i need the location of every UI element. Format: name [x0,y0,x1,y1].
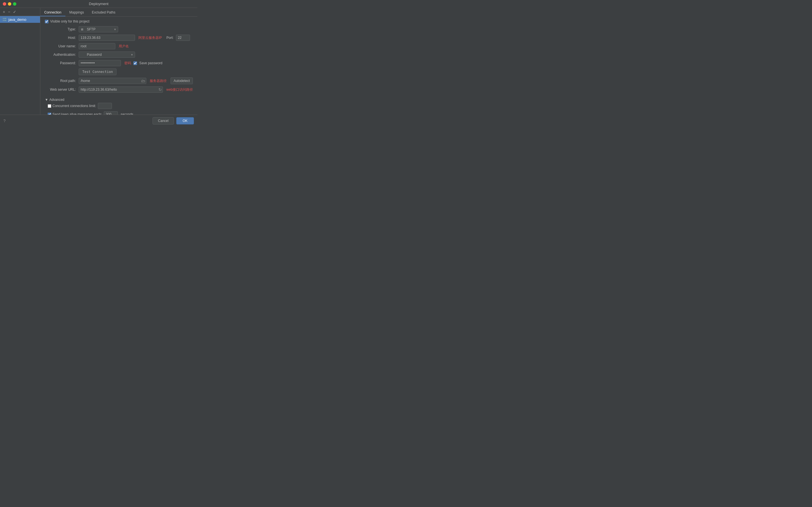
visible-only-checkbox[interactable] [45,20,49,23]
username-row: User name: 用户名 [45,43,193,49]
type-label: Type: [45,27,79,31]
type-select[interactable]: SFTP FTP [79,26,118,33]
main-layout: + − ✓ java_demo Connection Mappings E [0,8,197,115]
root-path-row: Root path: 🗁 服务器路径 Root path: Autodetect [45,77,193,84]
server-icon [2,17,7,22]
concurrent-input[interactable] [98,103,112,109]
port-input[interactable] [176,35,190,41]
concurrent-checkbox[interactable] [48,104,51,108]
web-url-input[interactable] [79,87,163,93]
test-connection-row: Test Connection [45,68,193,75]
auth-label: Authentication: [45,53,79,57]
root-path-control: 🗁 服务器路径 Root path: Autodetect [79,77,193,84]
test-connection-control: Test Connection [79,68,193,75]
type-row: Type: 🖥 SFTP FTP ▼ [45,26,193,33]
username-label: User name: [45,44,79,48]
password-annotation: 密码 [124,61,131,66]
save-password-checkbox[interactable] [133,61,137,65]
tab-excluded-paths[interactable]: Excluded Paths [88,9,119,16]
connection-form: Visible only for this project Type: 🖥 SF… [40,17,197,115]
auth-control: Password Key pair ▼ [79,52,193,58]
remove-server-button[interactable]: − [7,9,11,15]
type-select-wrapper: 🖥 SFTP FTP ▼ [79,26,118,33]
tab-connection[interactable]: Connection [40,9,65,16]
advanced-content: Concurrent connections limit: Send keep … [45,103,193,115]
host-input[interactable] [79,35,135,41]
bottom-bar: ? Cancel OK [0,115,197,127]
visible-only-row: Visible only for this project [45,19,193,23]
web-url-wrapper: ↻ [79,87,163,93]
title-bar: Deployment [0,0,197,8]
root-path-wrapper: 🗁 [79,78,146,84]
web-url-control: ↻ web接口访问路径 [79,87,193,93]
username-input[interactable] [79,43,115,49]
keepalive-label[interactable]: Send keep alive messages each: [52,112,102,115]
port-label: Port: [166,36,173,40]
password-label: Password: [45,61,79,65]
keepalive-row: Send keep alive messages each: seconds [48,111,193,115]
visible-only-label[interactable]: Visible only for this project [50,19,89,23]
keepalive-input[interactable] [104,111,118,115]
close-button[interactable] [3,2,6,6]
window-title: Deployment [89,2,108,6]
sidebar-item-label: java_demo [8,17,27,22]
tab-mappings[interactable]: Mappings [65,9,88,16]
host-label: Host: [45,36,79,40]
save-password-label[interactable]: Save password [139,61,162,65]
content-area: Connection Mappings Excluded Paths Visib… [40,8,197,115]
root-path-input[interactable] [79,78,146,84]
svg-point-2 [5,18,6,19]
root-path-annotation: 服务器路径 [150,78,167,83]
minimize-button[interactable] [8,2,11,6]
concurrent-row: Concurrent connections limit: [48,103,193,109]
advanced-section: ▼ Advanced Concurrent connections limit: [45,97,193,115]
concurrent-label[interactable]: Concurrent connections limit: [52,104,96,108]
sidebar-toolbar: + − ✓ [0,8,40,16]
tabs-bar: Connection Mappings Excluded Paths [40,8,197,17]
auth-row: Authentication: Password Key pair ▼ [45,52,193,58]
web-url-row: Web server URL: ↻ web接口访问路径 [45,87,193,93]
advanced-collapse-icon: ▼ [45,98,48,102]
web-url-refresh-button[interactable]: ↻ [158,87,162,93]
host-row: Host: 阿里云服务器IP Port: [45,35,193,41]
test-connection-button[interactable]: Test Connection [79,68,116,75]
username-control: 用户名 [79,43,193,49]
cancel-button[interactable]: Cancel [153,117,174,124]
maximize-button[interactable] [13,2,16,6]
host-control: 阿里云服务器IP Port: [79,35,193,41]
advanced-label: Advanced [49,98,64,102]
keepalive-checkbox[interactable] [48,113,51,115]
ok-button[interactable]: OK [176,117,194,124]
username-annotation: 用户名 [119,44,129,49]
confirm-server-button[interactable]: ✓ [12,9,17,15]
password-row: Password: 密码 Save password [45,60,193,66]
sidebar: + − ✓ java_demo [0,8,40,115]
auth-select[interactable]: Password Key pair [79,52,135,58]
svg-point-3 [5,20,6,21]
keepalive-suffix: seconds [121,112,133,115]
traffic-lights [3,2,16,6]
password-control: 密码 Save password [79,60,193,66]
sidebar-item-java-demo[interactable]: java_demo [0,16,40,23]
auth-select-wrapper: Password Key pair ▼ [79,52,135,58]
advanced-toggle[interactable]: ▼ Advanced [45,97,193,103]
root-path-label: Root path: [45,79,79,83]
host-annotation: 阿里云服务器IP [139,36,162,40]
web-url-label: Web server URL: [45,88,79,92]
autodetect-button-visible[interactable]: Autodetect [170,77,193,84]
password-row-controls: 密码 Save password [79,60,162,66]
password-input[interactable] [79,60,121,66]
help-icon[interactable]: ? [3,119,6,123]
type-control: 🖥 SFTP FTP ▼ [79,26,193,33]
browse-folder-button[interactable]: 🗁 [141,78,146,83]
add-server-button[interactable]: + [2,9,6,15]
web-url-annotation: web接口访问路径 [166,87,193,92]
